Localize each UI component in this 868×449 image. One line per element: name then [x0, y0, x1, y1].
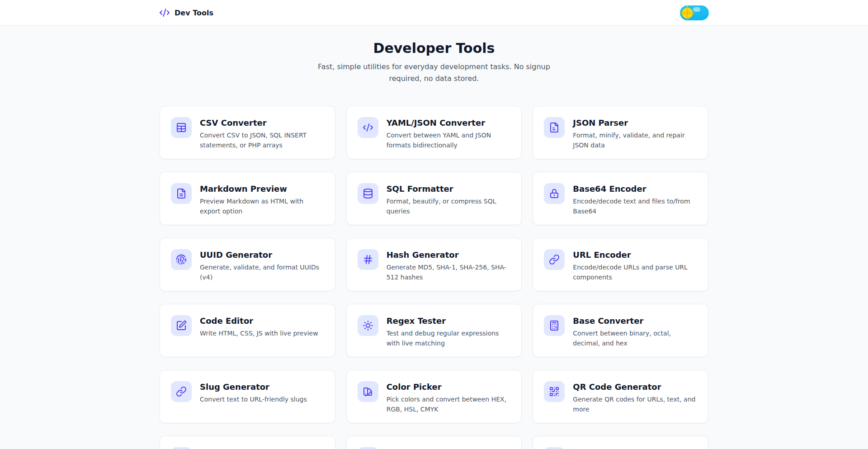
- tool-card-markdown-preview[interactable]: Markdown Preview Preview Markdown as HTM…: [160, 172, 335, 225]
- card-body: Hash Generator Generate MD5, SHA-1, SHA-…: [387, 249, 511, 282]
- card-body: Regex Tester Test and debug regular expr…: [387, 315, 511, 348]
- hero: Developer Tools Fast, simple utilities f…: [0, 26, 868, 85]
- card-title: Slug Generator: [200, 381, 307, 392]
- card-body: QR Code Generator Generate QR codes for …: [573, 381, 697, 414]
- card-body: Code Editor Write HTML, CSS, JS with liv…: [200, 315, 318, 338]
- tool-card-csv-converter[interactable]: CSV Converter Convert CSV to JSON, SQL I…: [160, 106, 335, 159]
- sun-icon: [363, 320, 373, 331]
- tool-card-slug-generator[interactable]: Slug Generator Convert text to URL-frien…: [160, 370, 335, 423]
- icon-box: [171, 447, 192, 449]
- tool-card-partial[interactable]: [160, 436, 335, 449]
- card-body: URL Encoder Encode/decode URLs and parse…: [573, 249, 697, 282]
- tool-card-hash-generator[interactable]: Hash Generator Generate MD5, SHA-1, SHA-…: [346, 238, 522, 291]
- card-title: Hash Generator: [387, 249, 511, 260]
- header: Dev Tools: [0, 0, 868, 26]
- card-body: YAML/JSON Converter Convert between YAML…: [387, 117, 511, 150]
- card-body: JSON Parser Format, minify, validate, an…: [573, 117, 697, 150]
- sun-icon: [680, 5, 709, 20]
- code-icon: [363, 122, 373, 133]
- link-icon: [549, 254, 560, 265]
- card-title: CSV Converter: [200, 117, 324, 128]
- icon-box: [358, 117, 378, 138]
- hash-icon: [363, 254, 373, 265]
- icon-box: [544, 447, 565, 449]
- card-description: Encode/decode URLs and parse URL compone…: [573, 262, 697, 282]
- icon-box: [544, 315, 565, 336]
- qr-code-icon: [549, 386, 560, 397]
- icon-box: [171, 381, 192, 402]
- card-title: URL Encoder: [573, 249, 697, 260]
- card-description: Pick colors and convert between HEX, RGB…: [387, 394, 511, 414]
- card-body: Markdown Preview Preview Markdown as HTM…: [200, 183, 324, 216]
- square-pen-icon: [176, 320, 187, 331]
- table-icon: [176, 122, 187, 133]
- card-body: CSV Converter Convert CSV to JSON, SQL I…: [200, 117, 324, 150]
- icon-box: [544, 183, 565, 204]
- card-description: Generate, validate, and format UUIDs (v4…: [200, 262, 324, 282]
- tool-card-regex-tester[interactable]: Regex Tester Test and debug regular expr…: [346, 304, 522, 357]
- icon-box: [171, 249, 192, 270]
- tool-card-qr-code-generator[interactable]: QR Code Generator Generate QR codes for …: [533, 370, 708, 423]
- icon-box: [358, 315, 378, 336]
- brand-name: Dev Tools: [175, 9, 213, 17]
- icon-box: [544, 381, 565, 402]
- card-title: Markdown Preview: [200, 183, 324, 194]
- lock-icon: [549, 188, 560, 199]
- card-title: Regex Tester: [387, 315, 511, 326]
- tool-card-yaml-json-converter[interactable]: YAML/JSON Converter Convert between YAML…: [346, 106, 522, 159]
- icon-box: [171, 117, 192, 138]
- card-body: Base Converter Convert between binary, o…: [573, 315, 697, 348]
- tool-card-base64-encoder[interactable]: Base64 Encoder Encode/decode text and fi…: [533, 172, 708, 225]
- brand[interactable]: Dev Tools: [159, 7, 213, 18]
- page-subtitle: Fast, simple utilities for everyday deve…: [307, 61, 561, 85]
- icon-box: [358, 249, 378, 270]
- file-lines-icon: [549, 122, 560, 133]
- card-description: Write HTML, CSS, JS with live preview: [200, 328, 318, 338]
- card-title: Base Converter: [573, 315, 697, 326]
- tool-card-base-converter[interactable]: Base Converter Convert between binary, o…: [533, 304, 708, 357]
- card-description: Convert CSV to JSON, SQL INSERT statemen…: [200, 130, 324, 150]
- card-description: Encode/decode text and files to/from Bas…: [573, 196, 697, 216]
- calculator-icon: [549, 320, 560, 331]
- card-title: Color Picker: [387, 381, 511, 392]
- tool-card-partial[interactable]: [346, 436, 522, 449]
- icon-box: [358, 447, 378, 449]
- card-description: Generate QR codes for URLs, text, and mo…: [573, 394, 697, 414]
- tool-card-sql-formatter[interactable]: SQL Formatter Format, beautify, or compr…: [346, 172, 522, 225]
- database-icon: [363, 188, 373, 199]
- card-description: Test and debug regular expressions with …: [387, 328, 511, 348]
- card-title: QR Code Generator: [573, 381, 697, 392]
- icon-box: [171, 315, 192, 336]
- card-title: Base64 Encoder: [573, 183, 697, 194]
- card-description: Convert between YAML and JSON formats bi…: [387, 130, 511, 150]
- tool-grid: CSV Converter Convert CSV to JSON, SQL I…: [160, 106, 708, 449]
- card-title: SQL Formatter: [387, 183, 511, 194]
- tool-card-partial[interactable]: [533, 436, 708, 449]
- card-title: Code Editor: [200, 315, 318, 326]
- fingerprint-icon: [176, 254, 187, 265]
- icon-box: [544, 249, 565, 270]
- header-inner: Dev Tools: [159, 5, 709, 20]
- tool-card-url-encoder[interactable]: URL Encoder Encode/decode URLs and parse…: [533, 238, 708, 291]
- theme-toggle[interactable]: [680, 5, 709, 20]
- card-description: Convert between binary, octal, decimal, …: [573, 328, 697, 348]
- page-title: Developer Tools: [0, 40, 868, 57]
- tool-card-json-parser[interactable]: JSON Parser Format, minify, validate, an…: [533, 106, 708, 159]
- tool-card-code-editor[interactable]: Code Editor Write HTML, CSS, JS with liv…: [160, 304, 335, 357]
- card-description: Convert text to URL-friendly slugs: [200, 394, 307, 404]
- icon-box: [544, 117, 565, 138]
- swatch-book-icon: [363, 386, 373, 397]
- card-title: YAML/JSON Converter: [387, 117, 511, 128]
- icon-box: [358, 183, 378, 204]
- tool-card-color-picker[interactable]: Color Picker Pick colors and convert bet…: [346, 370, 522, 423]
- link-icon: [176, 386, 187, 397]
- icon-box: [358, 381, 378, 402]
- icon-box: [171, 183, 192, 204]
- card-title: UUID Generator: [200, 249, 324, 260]
- tool-card-uuid-generator[interactable]: UUID Generator Generate, validate, and f…: [160, 238, 335, 291]
- main: Developer Tools Fast, simple utilities f…: [0, 26, 868, 449]
- code-icon: [159, 7, 170, 18]
- card-title: JSON Parser: [573, 117, 697, 128]
- file-text-icon: [176, 188, 187, 199]
- card-body: UUID Generator Generate, validate, and f…: [200, 249, 324, 282]
